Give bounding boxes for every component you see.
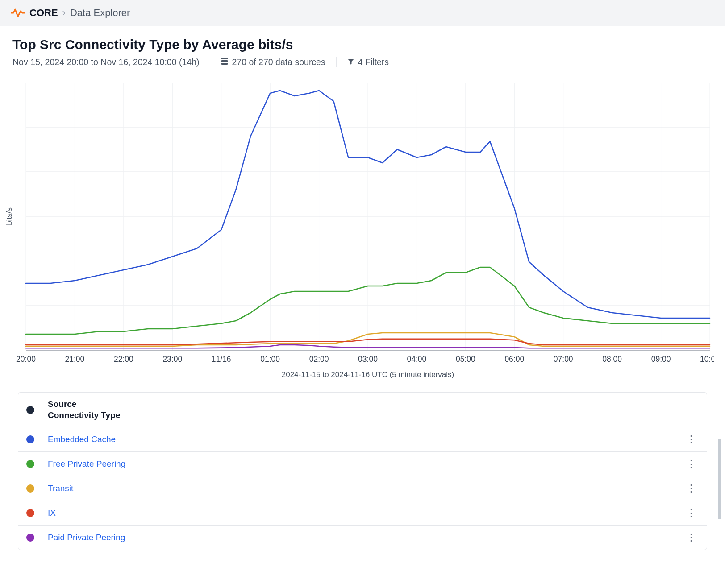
svg-text:11/16: 11/16 [212,355,231,364]
scrollbar-thumb[interactable] [718,439,721,519]
row-menu-icon[interactable]: ⋮ [683,532,699,543]
legend-row[interactable]: Paid Private Peering⋮ [18,526,707,550]
breadcrumb-root[interactable]: CORE [29,7,58,19]
svg-text:09:00: 09:00 [651,355,671,364]
svg-text:08:00: 08:00 [602,355,622,364]
chevron-right-icon: › [62,7,66,19]
svg-text:2024-11-15 to 2024-11-16 UTC (: 2024-11-15 to 2024-11-16 UTC (5 minute i… [282,370,454,379]
svg-rect-2 [221,63,228,65]
svg-text:21:00: 21:00 [65,355,85,364]
legend-dot-icon [26,484,34,493]
row-menu-icon[interactable]: ⋮ [683,434,699,445]
sources-text: 270 of 270 data sources [232,57,325,67]
legend-header-dot-icon [26,406,34,414]
svg-text:01:00: 01:00 [260,355,280,364]
row-menu-icon[interactable]: ⋮ [683,483,699,494]
legend-row[interactable]: Embedded Cache⋮ [18,427,707,452]
legend-label[interactable]: IX [48,508,683,518]
svg-text:bits/s: bits/s [5,207,13,225]
svg-text:10:00: 10:00 [700,355,714,364]
page-title: Top Src Connectivity Type by Average bit… [12,37,712,52]
line-chart[interactable]: bits/s20:0021:0022:0023:0011/1601:0002:0… [4,78,714,381]
legend-header-line1: Source [48,399,120,410]
legend-label[interactable]: Embedded Cache [48,435,683,444]
range-text: Nov 15, 2024 20:00 to Nov 16, 2024 10:00… [12,57,199,67]
legend-table: Source Connectivity Type Embedded Cache⋮… [18,392,707,550]
separator [336,57,337,67]
legend-dot-icon [26,435,34,443]
legend-dot-icon [26,534,34,542]
chart-area: bits/s20:0021:0022:0023:0011/1601:0002:0… [0,67,725,381]
svg-rect-1 [221,60,228,62]
database-icon [221,57,228,67]
legend-label[interactable]: Free Private Peering [48,459,683,469]
legend-row[interactable]: IX⋮ [18,501,707,526]
filters-text: 4 Filters [358,57,389,67]
svg-text:02:00: 02:00 [309,355,329,364]
svg-rect-0 [221,58,228,59]
sources-chip[interactable]: 270 of 270 data sources [221,57,325,67]
svg-text:05:00: 05:00 [456,355,475,364]
topbar: CORE › Data Explorer [0,0,725,26]
row-menu-icon[interactable]: ⋮ [683,458,699,470]
legend-dot-icon [26,460,34,468]
row-menu-icon[interactable]: ⋮ [683,507,699,519]
svg-text:07:00: 07:00 [554,355,573,364]
separator [210,57,210,67]
page-header: Top Src Connectivity Type by Average bit… [0,26,725,67]
breadcrumb-page[interactable]: Data Explorer [70,7,130,19]
svg-text:04:00: 04:00 [407,355,427,364]
svg-text:20:00: 20:00 [16,355,36,364]
svg-text:03:00: 03:00 [358,355,378,364]
legend-header-line2: Connectivity Type [48,410,120,421]
legend-label[interactable]: Transit [48,484,683,493]
filter-icon [347,57,354,67]
legend-row[interactable]: Free Private Peering⋮ [18,452,707,476]
range-chip[interactable]: Nov 15, 2024 20:00 to Nov 16, 2024 10:00… [12,57,199,67]
svg-text:23:00: 23:00 [162,355,182,364]
svg-text:06:00: 06:00 [504,355,524,364]
legend-header: Source Connectivity Type [18,393,707,427]
logo-pulse-icon [11,8,25,18]
meta-row: Nov 15, 2024 20:00 to Nov 16, 2024 10:00… [12,57,712,67]
legend-dot-icon [26,509,34,517]
svg-text:22:00: 22:00 [114,355,133,364]
filters-chip[interactable]: 4 Filters [347,57,389,67]
legend-row[interactable]: Transit⋮ [18,476,707,501]
legend-label[interactable]: Paid Private Peering [48,533,683,542]
